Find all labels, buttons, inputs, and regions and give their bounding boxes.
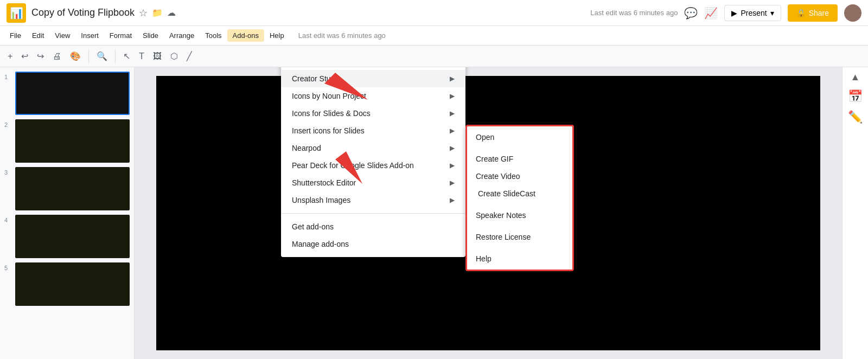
slide-3-thumb[interactable]: 3 bbox=[4, 167, 130, 210]
icons-slides-docs-chevron: ▶ bbox=[450, 110, 455, 117]
dropdown-overlay: Document add-ons Adobe Stock ▶ Creator S… bbox=[135, 67, 842, 359]
slide-2-thumb[interactable]: 2 bbox=[4, 119, 130, 163]
shutterstock-label: Shutterstock Editor bbox=[292, 178, 356, 187]
calendar-icon[interactable]: 📅 bbox=[848, 89, 863, 104]
manage-addons-label: Manage add-ons bbox=[292, 240, 349, 248]
restore-license-label: Restore License bbox=[476, 233, 531, 241]
present-button[interactable]: ▶ Present ▾ bbox=[724, 5, 781, 21]
menu-bar: File Edit View Insert Format Slide Arran… bbox=[0, 26, 868, 46]
submenu-create-slidecast[interactable]: Create SlideCast bbox=[467, 185, 572, 202]
menu-file[interactable]: File bbox=[4, 29, 27, 42]
create-gif-label: Create GIF bbox=[476, 155, 513, 163]
menu-help[interactable]: Help bbox=[264, 29, 290, 42]
redo-btn[interactable]: ↪ bbox=[34, 49, 47, 63]
submenu-create-gif[interactable]: Create GIF bbox=[467, 150, 572, 168]
folder-icon[interactable]: 📁 bbox=[152, 8, 163, 18]
menu-slide[interactable]: Slide bbox=[137, 29, 164, 42]
slide-4-img[interactable] bbox=[15, 215, 130, 258]
paint-format-btn[interactable]: 🎨 bbox=[67, 49, 84, 63]
help-label: Help bbox=[476, 254, 492, 263]
print-btn[interactable]: 🖨 bbox=[49, 49, 65, 63]
menu-addons[interactable]: Add-ons bbox=[227, 29, 264, 42]
slide-4-thumb[interactable]: 4 bbox=[4, 215, 130, 258]
share-button[interactable]: 🔒 Share bbox=[788, 4, 838, 22]
open-label: Open bbox=[476, 133, 494, 142]
menu-arrange[interactable]: Arrange bbox=[164, 29, 200, 42]
select-btn[interactable]: ↖ bbox=[120, 49, 133, 63]
dropdown-insert-icons[interactable]: Insert icons for Slides ▶ bbox=[281, 122, 465, 139]
comments-icon[interactable]: 💬 bbox=[684, 7, 698, 20]
lock-icon: 🔒 bbox=[796, 9, 806, 17]
submenu-speaker-notes[interactable]: Speaker Notes bbox=[467, 207, 572, 224]
insert-icons-chevron: ▶ bbox=[450, 127, 455, 134]
app-icon: 📊 bbox=[7, 3, 26, 23]
dropdown-icons-noun[interactable]: Icons by Noun Project ▶ bbox=[281, 87, 465, 105]
submenu-open[interactable]: Open bbox=[467, 129, 572, 146]
dropdown-divider-2 bbox=[281, 213, 465, 214]
add-slide-btn[interactable]: + bbox=[4, 49, 16, 63]
user-avatar[interactable] bbox=[844, 4, 861, 22]
shapes-btn[interactable]: ⬡ bbox=[167, 49, 181, 63]
present-icon: ▶ bbox=[731, 9, 737, 17]
dropdown-shutterstock[interactable]: Shutterstock Editor ▶ bbox=[281, 174, 465, 191]
edit-icon[interactable]: ✏️ bbox=[848, 110, 863, 124]
slide-1-img[interactable] bbox=[15, 72, 130, 115]
last-edit-text: Last edit was 6 minutes ago bbox=[590, 9, 678, 17]
star-icon[interactable]: ☆ bbox=[139, 7, 148, 19]
slide-5-img[interactable] bbox=[15, 262, 130, 306]
icons-slides-docs-label: Icons for Slides & Docs bbox=[292, 109, 371, 118]
nearpod-chevron: ▶ bbox=[450, 144, 455, 152]
unsplash-label: Unsplash Images bbox=[292, 196, 350, 204]
slide-1-thumb[interactable]: 1 bbox=[4, 72, 130, 115]
right-panel: ▲ 📅 ✏️ bbox=[842, 67, 868, 359]
dropdown-pear-deck[interactable]: Pear Deck for Google Slides Add-on ▶ bbox=[281, 157, 465, 174]
create-slidecast-label: Create SlideCast bbox=[478, 189, 535, 198]
title-icons: ☆ 📁 ☁ bbox=[139, 7, 176, 19]
menu-insert[interactable]: Insert bbox=[75, 29, 104, 42]
dropdown-icons-slides-docs[interactable]: Icons for Slides & Docs ▶ bbox=[281, 105, 465, 122]
main-area: 1 2 3 4 5 Document a bbox=[0, 67, 868, 359]
menu-view[interactable]: View bbox=[49, 29, 75, 42]
creator-studio-submenu: Open Create GIF Create Video Create Slid… bbox=[465, 125, 574, 271]
collapse-icon[interactable]: ▲ bbox=[851, 72, 860, 83]
nearpod-label: Nearpod bbox=[292, 144, 321, 152]
title-bar: 📊 Copy of Voting Flipbook ☆ 📁 ☁ Last edi… bbox=[0, 0, 868, 26]
addons-dropdown: Document add-ons Adobe Stock ▶ Creator S… bbox=[281, 67, 465, 257]
slide-1-num: 1 bbox=[4, 72, 12, 80]
dropdown-nearpod[interactable]: Nearpod ▶ bbox=[281, 139, 465, 157]
slide-3-num: 3 bbox=[4, 167, 12, 176]
insert-icons-label: Insert icons for Slides bbox=[292, 126, 365, 135]
cloud-icon[interactable]: ☁ bbox=[167, 8, 176, 18]
icons-noun-label: Icons by Noun Project bbox=[292, 92, 366, 100]
dropdown-get-addons[interactable]: Get add-ons bbox=[281, 218, 465, 235]
menu-edit[interactable]: Edit bbox=[27, 29, 49, 42]
get-addons-label: Get add-ons bbox=[292, 222, 334, 231]
undo-btn[interactable]: ↩ bbox=[18, 49, 31, 63]
unsplash-chevron: ▶ bbox=[450, 196, 455, 204]
submenu-restore-license[interactable]: Restore License bbox=[467, 228, 572, 246]
speaker-notes-label: Speaker Notes bbox=[476, 211, 526, 220]
dropdown-manage-addons[interactable]: Manage add-ons bbox=[281, 235, 465, 253]
submenu-create-video[interactable]: Create Video bbox=[467, 168, 572, 185]
dropdown-creator-studio[interactable]: Creator Studio ▶ bbox=[281, 70, 465, 87]
toolbar-divider-2 bbox=[115, 50, 116, 63]
pear-deck-chevron: ▶ bbox=[450, 162, 455, 169]
text-box-btn[interactable]: T bbox=[136, 49, 148, 63]
icons-noun-chevron: ▶ bbox=[450, 92, 455, 100]
dropdown-unsplash[interactable]: Unsplash Images ▶ bbox=[281, 191, 465, 209]
slide-2-num: 2 bbox=[4, 119, 12, 128]
canvas-area: Document add-ons Adobe Stock ▶ Creator S… bbox=[135, 67, 842, 359]
zoom-btn[interactable]: 🔍 bbox=[93, 49, 111, 63]
trending-icon[interactable]: 📈 bbox=[704, 7, 718, 20]
create-video-label: Create Video bbox=[476, 172, 520, 181]
menu-format[interactable]: Format bbox=[104, 29, 137, 42]
slide-2-img[interactable] bbox=[15, 119, 130, 163]
present-label: Present bbox=[741, 9, 767, 17]
menu-tools[interactable]: Tools bbox=[200, 29, 227, 42]
line-btn[interactable]: ╱ bbox=[183, 49, 195, 63]
slide-3-img[interactable] bbox=[15, 167, 130, 210]
slide-4-num: 4 bbox=[4, 215, 12, 223]
image-btn[interactable]: 🖼 bbox=[150, 49, 165, 63]
submenu-help[interactable]: Help bbox=[467, 250, 572, 267]
slide-5-thumb[interactable]: 5 bbox=[4, 262, 130, 306]
